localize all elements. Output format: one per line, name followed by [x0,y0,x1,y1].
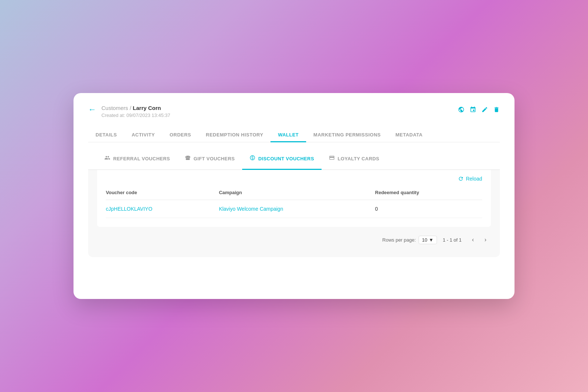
next-page-button[interactable]: › [480,234,491,245]
table-area: Reload Voucher code Campaign Redeemed qu… [97,170,491,227]
tab-metadata[interactable]: METADATA [388,128,430,142]
pagination: Rows per page: 10 ▼ 1 - 1 of 1 ‹ › [88,234,500,245]
sub-tab-gift-label: GIFT VOUCHERS [194,156,235,161]
header-left: ← Customers / Larry Corn Created at: 09/… [88,105,170,118]
tab-activity[interactable]: ACTIVITY [124,128,162,142]
edit-icon-button[interactable] [481,106,488,114]
col-campaign: Campaign [219,186,375,200]
reload-button[interactable]: Reload [458,176,482,182]
calendar-icon-button[interactable] [470,106,476,114]
tab-details[interactable]: DETAILS [88,128,124,142]
table-row: cJpHELLOKLAVIYO Klaviyo Welcome Campaign… [106,200,482,218]
reload-label: Reload [466,176,482,182]
tab-orders[interactable]: ORDERS [162,128,198,142]
rows-select-chevron-icon: ▼ [429,237,434,243]
rows-per-page-select[interactable]: 10 ▼ [419,236,437,244]
back-button[interactable]: ← [88,106,96,114]
pie-chart-icon [458,106,465,113]
created-at: Created at: 09/07/2023 13:45:37 [101,113,170,118]
discount-icon [250,155,255,162]
sub-tab-referral-vouchers[interactable]: REFERRAL VOUCHERS [97,148,178,170]
tab-redemption-history[interactable]: REDEMPTION HISTORY [198,128,270,142]
wallet-section: REFERRAL VOUCHERS GIFT VOUCHERS DISCOUNT… [88,148,500,257]
referral-icon [104,155,110,162]
tab-marketing-permissions[interactable]: MARKETING PERMISSIONS [306,128,388,142]
rows-per-page-value: 10 [422,237,427,243]
header-actions [458,106,500,114]
voucher-code-link[interactable]: cJpHELLOKLAVIYO [106,206,153,212]
sub-tab-loyalty-cards[interactable]: LOYALTY CARDS [322,148,387,170]
breadcrumb-block: Customers / Larry Corn Created at: 09/07… [101,105,170,118]
prev-page-button[interactable]: ‹ [467,234,478,245]
vouchers-table: Voucher code Campaign Redeemed quantity … [106,186,482,218]
main-tabs: DETAILS ACTIVITY ORDERS REDEMPTION HISTO… [88,128,500,142]
breadcrumb-current: Larry Corn [133,105,161,111]
sub-tab-gift-vouchers[interactable]: GIFT VOUCHERS [178,148,242,170]
breadcrumb: Customers / Larry Corn [101,105,170,111]
col-voucher-code: Voucher code [106,186,219,200]
page-navigation: ‹ › [467,234,491,245]
redeemed-quantity-cell: 0 [375,200,482,218]
sub-tab-loyalty-label: LOYALTY CARDS [338,156,379,161]
edit-icon [481,106,488,113]
sub-tab-discount-label: DISCOUNT VOUCHERS [258,156,314,161]
col-redeemed-quantity: Redeemed quantity [375,186,482,200]
analytics-icon-button[interactable] [458,106,465,114]
delete-icon [493,106,500,113]
loyalty-icon [329,155,335,162]
calendar-icon [470,106,476,113]
sub-tab-referral-label: REFERRAL VOUCHERS [113,156,170,161]
campaign-cell: Klaviyo Welcome Campaign [219,200,375,218]
gift-icon [185,155,191,162]
page-header: ← Customers / Larry Corn Created at: 09/… [88,105,500,118]
delete-icon-button[interactable] [493,106,500,114]
reload-row: Reload [106,176,482,182]
page-info: 1 - 1 of 1 [443,237,462,243]
rows-per-page: Rows per page: 10 ▼ [382,236,437,244]
sub-tabs: REFERRAL VOUCHERS GIFT VOUCHERS DISCOUNT… [88,148,500,170]
voucher-code-cell: cJpHELLOKLAVIYO [106,200,219,218]
tab-wallet[interactable]: WALLET [270,128,306,142]
reload-icon [458,176,464,182]
sub-tab-discount-vouchers[interactable]: DISCOUNT VOUCHERS [242,148,322,170]
breadcrumb-parent: Customers [101,105,128,111]
campaign-link[interactable]: Klaviyo Welcome Campaign [219,206,283,212]
main-card: ← Customers / Larry Corn Created at: 09/… [74,93,514,299]
rows-per-page-label: Rows per page: [382,237,416,243]
